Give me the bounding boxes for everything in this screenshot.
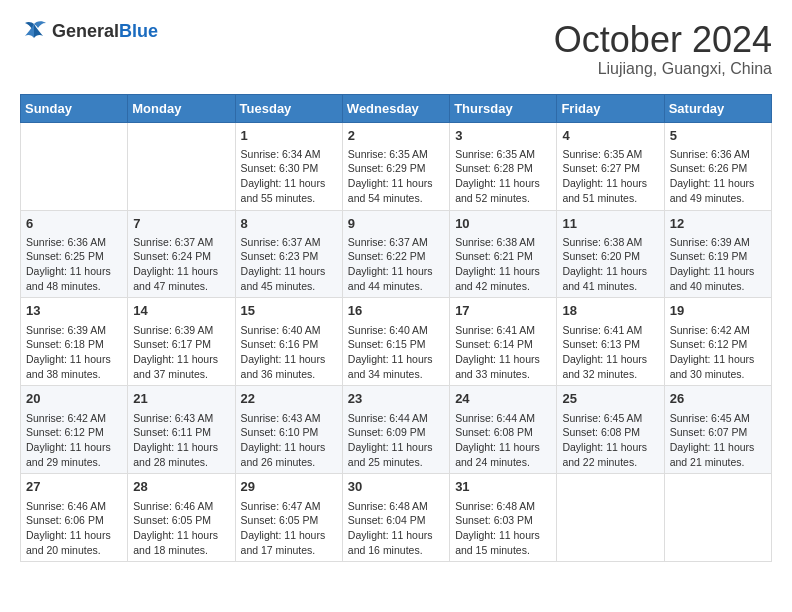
sunset-text: Sunset: 6:30 PM	[241, 161, 337, 176]
sunset-text: Sunset: 6:09 PM	[348, 425, 444, 440]
calendar-cell: 11Sunrise: 6:38 AMSunset: 6:20 PMDayligh…	[557, 210, 664, 298]
sunrise-text: Sunrise: 6:37 AM	[133, 235, 229, 250]
sunrise-text: Sunrise: 6:40 AM	[241, 323, 337, 338]
logo-blue: Blue	[119, 21, 158, 41]
daylight-text: Daylight: 11 hours and 15 minutes.	[455, 528, 551, 557]
daylight-text: Daylight: 11 hours and 28 minutes.	[133, 440, 229, 469]
calendar-cell	[664, 474, 771, 562]
day-number: 11	[562, 215, 658, 233]
calendar-cell: 28Sunrise: 6:46 AMSunset: 6:05 PMDayligh…	[128, 474, 235, 562]
weekday-header-friday: Friday	[557, 94, 664, 122]
sunrise-text: Sunrise: 6:39 AM	[26, 323, 122, 338]
sunset-text: Sunset: 6:21 PM	[455, 249, 551, 264]
sunset-text: Sunset: 6:13 PM	[562, 337, 658, 352]
day-number: 30	[348, 478, 444, 496]
day-number: 4	[562, 127, 658, 145]
calendar-cell	[21, 122, 128, 210]
sunrise-text: Sunrise: 6:48 AM	[455, 499, 551, 514]
calendar-cell: 18Sunrise: 6:41 AMSunset: 6:13 PMDayligh…	[557, 298, 664, 386]
day-number: 2	[348, 127, 444, 145]
daylight-text: Daylight: 11 hours and 41 minutes.	[562, 264, 658, 293]
sunrise-text: Sunrise: 6:45 AM	[670, 411, 766, 426]
calendar-cell	[128, 122, 235, 210]
sunrise-text: Sunrise: 6:46 AM	[26, 499, 122, 514]
daylight-text: Daylight: 11 hours and 48 minutes.	[26, 264, 122, 293]
sunrise-text: Sunrise: 6:39 AM	[133, 323, 229, 338]
sunset-text: Sunset: 6:25 PM	[26, 249, 122, 264]
sunset-text: Sunset: 6:20 PM	[562, 249, 658, 264]
daylight-text: Daylight: 11 hours and 52 minutes.	[455, 176, 551, 205]
sunrise-text: Sunrise: 6:48 AM	[348, 499, 444, 514]
calendar-header-row: SundayMondayTuesdayWednesdayThursdayFrid…	[21, 94, 772, 122]
sunrise-text: Sunrise: 6:35 AM	[455, 147, 551, 162]
sunrise-text: Sunrise: 6:39 AM	[670, 235, 766, 250]
sunset-text: Sunset: 6:06 PM	[26, 513, 122, 528]
day-number: 9	[348, 215, 444, 233]
daylight-text: Daylight: 11 hours and 47 minutes.	[133, 264, 229, 293]
day-number: 7	[133, 215, 229, 233]
calendar-cell: 25Sunrise: 6:45 AMSunset: 6:08 PMDayligh…	[557, 386, 664, 474]
weekday-header-saturday: Saturday	[664, 94, 771, 122]
sunset-text: Sunset: 6:29 PM	[348, 161, 444, 176]
calendar-cell: 24Sunrise: 6:44 AMSunset: 6:08 PMDayligh…	[450, 386, 557, 474]
calendar-week-5: 27Sunrise: 6:46 AMSunset: 6:06 PMDayligh…	[21, 474, 772, 562]
sunset-text: Sunset: 6:26 PM	[670, 161, 766, 176]
sunrise-text: Sunrise: 6:44 AM	[348, 411, 444, 426]
sunset-text: Sunset: 6:10 PM	[241, 425, 337, 440]
logo-general: General	[52, 21, 119, 41]
calendar-week-4: 20Sunrise: 6:42 AMSunset: 6:12 PMDayligh…	[21, 386, 772, 474]
weekday-header-wednesday: Wednesday	[342, 94, 449, 122]
sunrise-text: Sunrise: 6:37 AM	[348, 235, 444, 250]
calendar-cell: 17Sunrise: 6:41 AMSunset: 6:14 PMDayligh…	[450, 298, 557, 386]
sunrise-text: Sunrise: 6:41 AM	[562, 323, 658, 338]
day-number: 12	[670, 215, 766, 233]
logo-bird-icon	[20, 20, 48, 42]
weekday-header-sunday: Sunday	[21, 94, 128, 122]
day-number: 29	[241, 478, 337, 496]
day-number: 23	[348, 390, 444, 408]
sunrise-text: Sunrise: 6:46 AM	[133, 499, 229, 514]
day-number: 28	[133, 478, 229, 496]
calendar-cell: 3Sunrise: 6:35 AMSunset: 6:28 PMDaylight…	[450, 122, 557, 210]
calendar-cell: 29Sunrise: 6:47 AMSunset: 6:05 PMDayligh…	[235, 474, 342, 562]
day-number: 13	[26, 302, 122, 320]
weekday-header-monday: Monday	[128, 94, 235, 122]
sunset-text: Sunset: 6:08 PM	[562, 425, 658, 440]
sunset-text: Sunset: 6:08 PM	[455, 425, 551, 440]
sunset-text: Sunset: 6:12 PM	[26, 425, 122, 440]
calendar-cell: 9Sunrise: 6:37 AMSunset: 6:22 PMDaylight…	[342, 210, 449, 298]
day-number: 27	[26, 478, 122, 496]
calendar-cell: 26Sunrise: 6:45 AMSunset: 6:07 PMDayligh…	[664, 386, 771, 474]
sunrise-text: Sunrise: 6:36 AM	[670, 147, 766, 162]
month-title: October 2024	[554, 20, 772, 60]
sunrise-text: Sunrise: 6:38 AM	[455, 235, 551, 250]
daylight-text: Daylight: 11 hours and 51 minutes.	[562, 176, 658, 205]
calendar-cell: 15Sunrise: 6:40 AMSunset: 6:16 PMDayligh…	[235, 298, 342, 386]
sunset-text: Sunset: 6:03 PM	[455, 513, 551, 528]
sunrise-text: Sunrise: 6:44 AM	[455, 411, 551, 426]
sunrise-text: Sunrise: 6:45 AM	[562, 411, 658, 426]
day-number: 20	[26, 390, 122, 408]
calendar-cell: 16Sunrise: 6:40 AMSunset: 6:15 PMDayligh…	[342, 298, 449, 386]
daylight-text: Daylight: 11 hours and 18 minutes.	[133, 528, 229, 557]
sunset-text: Sunset: 6:24 PM	[133, 249, 229, 264]
sunrise-text: Sunrise: 6:35 AM	[562, 147, 658, 162]
calendar-week-1: 1Sunrise: 6:34 AMSunset: 6:30 PMDaylight…	[21, 122, 772, 210]
daylight-text: Daylight: 11 hours and 34 minutes.	[348, 352, 444, 381]
day-number: 8	[241, 215, 337, 233]
calendar-cell: 5Sunrise: 6:36 AMSunset: 6:26 PMDaylight…	[664, 122, 771, 210]
sunset-text: Sunset: 6:16 PM	[241, 337, 337, 352]
calendar-cell: 27Sunrise: 6:46 AMSunset: 6:06 PMDayligh…	[21, 474, 128, 562]
day-number: 14	[133, 302, 229, 320]
day-number: 31	[455, 478, 551, 496]
sunset-text: Sunset: 6:12 PM	[670, 337, 766, 352]
calendar-cell: 6Sunrise: 6:36 AMSunset: 6:25 PMDaylight…	[21, 210, 128, 298]
calendar-week-2: 6Sunrise: 6:36 AMSunset: 6:25 PMDaylight…	[21, 210, 772, 298]
daylight-text: Daylight: 11 hours and 29 minutes.	[26, 440, 122, 469]
calendar-cell: 14Sunrise: 6:39 AMSunset: 6:17 PMDayligh…	[128, 298, 235, 386]
sunset-text: Sunset: 6:17 PM	[133, 337, 229, 352]
calendar-week-3: 13Sunrise: 6:39 AMSunset: 6:18 PMDayligh…	[21, 298, 772, 386]
day-number: 21	[133, 390, 229, 408]
day-number: 24	[455, 390, 551, 408]
calendar-cell: 22Sunrise: 6:43 AMSunset: 6:10 PMDayligh…	[235, 386, 342, 474]
